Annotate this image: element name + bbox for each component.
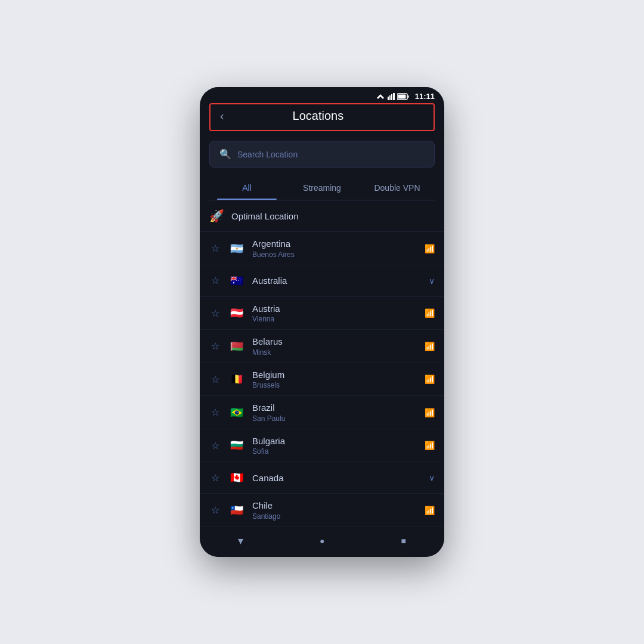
location-row-bulgaria[interactable]: ☆ 🇧🇬 Bulgaria Sofia 📶 bbox=[200, 429, 444, 463]
flag-canada: 🇨🇦 bbox=[227, 468, 246, 487]
flag-argentina: 🇦🇷 bbox=[227, 239, 246, 258]
tabs-container: All Streaming Double VPN bbox=[200, 168, 444, 200]
favorite-star-australia[interactable]: ☆ bbox=[209, 275, 221, 286]
location-row-australia[interactable]: ☆ 🇦🇺 Australia ∨ bbox=[200, 265, 444, 297]
signal-brazil: 📶 bbox=[425, 408, 435, 417]
search-container: 🔍 Search Location bbox=[209, 141, 435, 168]
country-info-brazil: Brazil San Paulu bbox=[252, 402, 419, 423]
country-info-chile: Chile Santiago bbox=[252, 500, 419, 521]
status-bar: 11:11 bbox=[200, 87, 444, 103]
search-placeholder: Search Location bbox=[237, 150, 298, 159]
svg-marker-0 bbox=[377, 94, 384, 99]
country-info-bulgaria: Bulgaria Sofia bbox=[252, 435, 419, 456]
country-info-argentina: Argentina Buenos Aires bbox=[252, 238, 419, 259]
phone-frame: 11:11 ‹ Locations 🔍 Search Location All … bbox=[200, 87, 444, 557]
signal-austria: 📶 bbox=[425, 308, 435, 318]
location-list: 🚀 Optimal Location ☆ 🇦🇷 Argentina Buenos… bbox=[200, 200, 444, 527]
nav-home-icon[interactable]: ● bbox=[320, 536, 324, 546]
signal-chile: 📶 bbox=[425, 506, 435, 515]
nav-bar: ▾ ● ■ bbox=[200, 527, 444, 557]
flag-bulgaria: 🇧🇬 bbox=[227, 436, 246, 455]
country-info-canada: Canada bbox=[252, 472, 423, 484]
favorite-star-brazil[interactable]: ☆ bbox=[209, 407, 221, 418]
favorite-star-belgium[interactable]: ☆ bbox=[209, 374, 221, 385]
country-name-australia: Australia bbox=[252, 275, 423, 287]
battery-icon bbox=[397, 93, 409, 100]
city-name-chile: Santiago bbox=[252, 512, 419, 521]
signal-argentina: 📶 bbox=[425, 244, 435, 253]
signal-belgium: 📶 bbox=[425, 374, 435, 384]
favorite-star-chile[interactable]: ☆ bbox=[209, 504, 221, 516]
city-name-belarus: Minsk bbox=[252, 348, 419, 357]
country-name-canada: Canada bbox=[252, 472, 423, 484]
city-name-argentina: Buenos Aires bbox=[252, 250, 419, 259]
nav-recent-icon[interactable]: ■ bbox=[401, 536, 406, 546]
city-name-austria: Vienna bbox=[252, 315, 419, 323]
country-name-chile: Chile bbox=[252, 500, 419, 512]
country-info-austria: Austria Vienna bbox=[252, 303, 419, 324]
svg-rect-7 bbox=[398, 94, 405, 98]
location-row-chile[interactable]: ☆ 🇨🇱 Chile Santiago 📶 bbox=[200, 494, 444, 527]
country-name-brazil: Brazil bbox=[252, 402, 419, 414]
status-time: 11:11 bbox=[415, 92, 435, 101]
favorite-star-belarus[interactable]: ☆ bbox=[209, 340, 221, 352]
status-icons bbox=[376, 93, 409, 100]
signal-icon bbox=[388, 93, 395, 100]
svg-rect-3 bbox=[391, 94, 392, 100]
location-row-belgium[interactable]: ☆ 🇧🇪 Belgium Brussels 📶 bbox=[200, 363, 444, 397]
country-name-belgium: Belgium bbox=[252, 369, 419, 381]
header: ‹ Locations bbox=[209, 103, 435, 131]
city-name-belgium: Brussels bbox=[252, 381, 419, 389]
flag-belarus: 🇧🇾 bbox=[227, 337, 246, 356]
tab-double-vpn[interactable]: Double VPN bbox=[360, 177, 435, 200]
favorite-star-argentina[interactable]: ☆ bbox=[209, 243, 221, 254]
country-info-australia: Australia bbox=[252, 275, 423, 287]
back-button[interactable]: ‹ bbox=[220, 109, 224, 123]
optimal-location-row[interactable]: 🚀 Optimal Location bbox=[200, 200, 444, 232]
page-title: Locations bbox=[231, 109, 405, 123]
city-name-bulgaria: Sofia bbox=[252, 447, 419, 456]
flag-australia: 🇦🇺 bbox=[227, 271, 246, 290]
flag-belgium: 🇧🇪 bbox=[227, 370, 246, 389]
location-row-argentina[interactable]: ☆ 🇦🇷 Argentina Buenos Aires 📶 bbox=[200, 232, 444, 265]
country-name-bulgaria: Bulgaria bbox=[252, 435, 419, 447]
favorite-star-austria[interactable]: ☆ bbox=[209, 308, 221, 319]
location-row-belarus[interactable]: ☆ 🇧🇾 Belarus Minsk 📶 bbox=[200, 330, 444, 363]
search-bar[interactable]: 🔍 Search Location bbox=[209, 141, 435, 168]
signal-belarus: 📶 bbox=[425, 342, 435, 351]
favorite-star-canada[interactable]: ☆ bbox=[209, 472, 221, 484]
location-row-canada[interactable]: ☆ 🇨🇦 Canada ∨ bbox=[200, 462, 444, 494]
signal-bulgaria: 📶 bbox=[425, 441, 435, 450]
country-name-austria: Austria bbox=[252, 303, 419, 315]
svg-rect-1 bbox=[388, 97, 389, 100]
favorite-star-bulgaria[interactable]: ☆ bbox=[209, 440, 221, 451]
rocket-icon: 🚀 bbox=[209, 209, 224, 223]
flag-austria: 🇦🇹 bbox=[227, 304, 246, 323]
country-info-belgium: Belgium Brussels bbox=[252, 369, 419, 390]
nav-back-icon[interactable]: ▾ bbox=[238, 534, 243, 547]
country-info-belarus: Belarus Minsk bbox=[252, 336, 419, 357]
svg-rect-6 bbox=[407, 95, 408, 98]
svg-rect-2 bbox=[389, 95, 391, 100]
location-row-austria[interactable]: ☆ 🇦🇹 Austria Vienna 📶 bbox=[200, 297, 444, 330]
optimal-label: Optimal Location bbox=[231, 211, 299, 221]
flag-chile: 🇨🇱 bbox=[227, 501, 246, 520]
tab-streaming[interactable]: Streaming bbox=[284, 177, 360, 200]
tab-all[interactable]: All bbox=[209, 177, 284, 200]
wifi-icon bbox=[376, 93, 385, 100]
country-name-argentina: Argentina bbox=[252, 238, 419, 250]
city-name-brazil: San Paulu bbox=[252, 414, 419, 423]
back-icon: ‹ bbox=[220, 109, 224, 122]
country-name-belarus: Belarus bbox=[252, 336, 419, 348]
flag-brazil: 🇧🇷 bbox=[227, 403, 246, 422]
svg-rect-4 bbox=[393, 93, 395, 100]
expand-australia[interactable]: ∨ bbox=[429, 276, 435, 286]
search-icon: 🔍 bbox=[219, 148, 231, 160]
location-row-brazil[interactable]: ☆ 🇧🇷 Brazil San Paulu 📶 bbox=[200, 396, 444, 429]
expand-canada[interactable]: ∨ bbox=[429, 473, 435, 482]
